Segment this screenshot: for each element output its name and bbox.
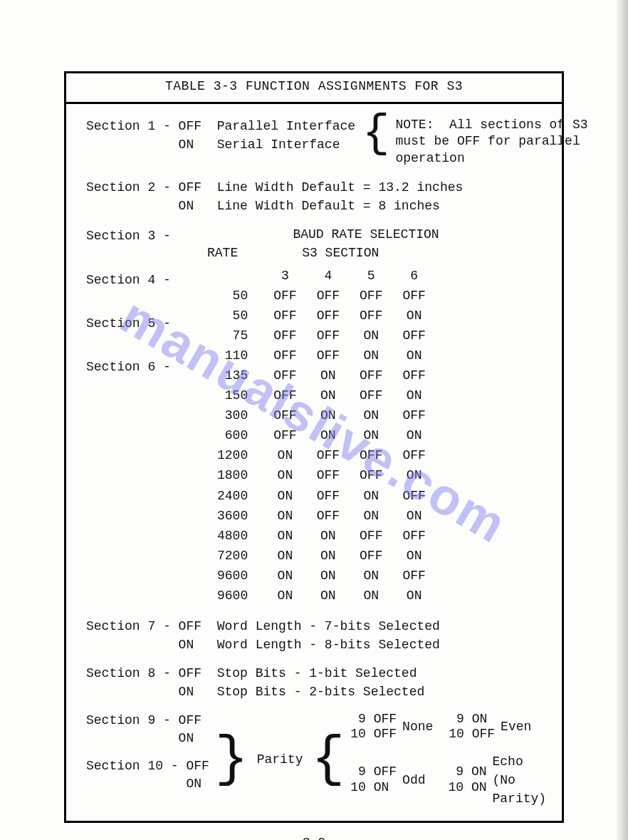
table-row: 110OFFOFFONON (207, 346, 436, 365)
parity-row-1: 9 OFF 10 OFF None 9 ON 10 OFF Even (350, 712, 546, 742)
baud-value-cell: OFF (263, 346, 306, 365)
parity-echo-bits: 9 ON 10 ON (448, 764, 486, 795)
section-7-on: ON Word Length - 8-bits Selected (86, 636, 546, 654)
baud-value-cell: OFF (307, 465, 350, 485)
baud-value-cell: ON (392, 306, 435, 326)
baud-value-cell: ON (392, 546, 435, 566)
baud-value-cell: OFF (263, 385, 306, 405)
table-row: 4800ONONOFFOFF (207, 526, 436, 546)
table-row: 75OFFOFFONOFF (207, 326, 436, 346)
section-2-block: Section 2 - OFF Line Width Default = 13.… (86, 178, 546, 215)
baud-value-cell: OFF (307, 346, 350, 365)
baud-value-cell: ON (307, 526, 350, 546)
note-line-3: operation (395, 151, 464, 165)
baud-value-cell: ON (350, 405, 392, 425)
table-row: 9600ONONONOFF (207, 566, 436, 586)
baud-value-cell: ON (307, 425, 350, 445)
baud-col-6: 6 (392, 266, 435, 286)
baud-block: Section 3 - Section 4 - Section 5 - Sect… (86, 225, 546, 606)
baud-value-cell: ON (350, 506, 392, 526)
baud-value-cell: ON (350, 586, 392, 606)
section-2-on: ON Line Width Default = 8 inches (86, 197, 546, 215)
baud-value-cell: OFF (392, 405, 435, 425)
section-1-on: ON Serial Interface (86, 138, 340, 152)
baud-value-cell: ON (307, 405, 350, 425)
parity-even-label: Even (501, 717, 531, 736)
baud-value-cell: OFF (392, 365, 435, 385)
baud-value-cell: OFF (263, 306, 306, 326)
baud-value-cell: OFF (350, 365, 392, 385)
section-3-6-labels: Section 3 - Section 4 - Section 5 - Sect… (86, 225, 171, 378)
baud-value-cell: OFF (392, 445, 435, 465)
baud-value-cell: OFF (263, 405, 306, 425)
parity-none-bits: 9 OFF 10 OFF (350, 712, 397, 742)
baud-value-cell: ON (350, 425, 392, 445)
baud-value-cell: OFF (350, 526, 392, 546)
baud-col-5: 5 (350, 266, 392, 286)
baud-value-cell: ON (350, 486, 392, 506)
baud-rate-cell: 1800 (207, 465, 263, 485)
section-1-off: Section 1 - OFF Parallel Interface (86, 119, 355, 133)
baud-col-3: 3 (263, 266, 306, 286)
note-block: { NOTE: All sections of S3 must be OFF f… (362, 117, 587, 167)
table-row: 300OFFONONOFF (207, 405, 436, 425)
table-row: 1200ONOFFOFFOFF (207, 445, 436, 465)
baud-title: BAUD RATE SELECTION (186, 225, 546, 244)
section-9-10-labels: Section 9 - OFF ON Section 10 - OFF ON (86, 712, 209, 808)
baud-value-cell: OFF (307, 306, 350, 326)
table-row: 7200ONONOFFON (207, 546, 436, 566)
baud-value-cell: ON (307, 385, 350, 405)
baud-rate-cell: 50 (207, 306, 263, 326)
section-1-row: Section 1 - OFF Parallel Interface ON Se… (86, 117, 546, 167)
section-2-off: Section 2 - OFF Line Width Default = 13.… (86, 178, 546, 197)
baud-value-cell: OFF (307, 506, 350, 526)
section-1-text: Section 1 - OFF Parallel Interface ON Se… (86, 117, 355, 154)
baud-rate-cell: 50 (207, 286, 263, 306)
baud-value-cell: ON (263, 465, 306, 485)
baud-rate-cell: 150 (207, 385, 263, 405)
baud-value-cell: OFF (350, 546, 392, 566)
baud-value-cell: ON (263, 546, 306, 566)
note-brace-icon: { (362, 113, 389, 155)
parity-options: 9 OFF 10 OFF None 9 ON 10 OFF Even 9 OFF… (350, 712, 546, 808)
baud-rate-cell: 600 (207, 425, 263, 445)
baud-rate-cell: 7200 (207, 546, 263, 566)
table-row: 600OFFONONON (207, 425, 436, 445)
baud-value-cell: OFF (392, 566, 435, 586)
section-8-off: Section 8 - OFF Stop Bits - 1-bit Select… (86, 664, 546, 683)
baud-value-cell: OFF (307, 326, 350, 346)
baud-value-cell: ON (307, 365, 350, 385)
baud-value-cell: OFF (263, 286, 306, 306)
baud-value-cell: ON (263, 526, 306, 546)
baud-value-cell: ON (392, 425, 435, 445)
document-page: manualslive.com TABLE 3-3 FUNCTION ASSIG… (0, 0, 628, 840)
baud-rate-cell: 75 (207, 326, 263, 346)
baud-value-cell: OFF (263, 425, 306, 445)
table-row: 150OFFONOFFON (207, 385, 436, 405)
table-row: 1800ONOFFOFFON (207, 465, 436, 485)
baud-value-cell: ON (263, 445, 306, 465)
baud-rate-cell: 4800 (207, 526, 263, 546)
section-10-label: Section 10 - OFF ON (86, 757, 209, 793)
baud-rate-cell: 135 (207, 365, 263, 385)
parity-odd-label: Odd (402, 771, 425, 789)
section-7-block: Section 7 - OFF Word Length - 7-bits Sel… (86, 617, 546, 654)
baud-table: 3 4 5 6 50OFFOFFOFFOFF50OFFOFFOFFON75OFF… (207, 266, 436, 606)
baud-value-cell: ON (263, 586, 306, 606)
baud-rate-cell: 110 (207, 346, 263, 365)
baud-value-cell: OFF (350, 306, 392, 326)
page-number: 3-9 (64, 836, 564, 840)
parity-right-brace-icon: { (310, 738, 346, 781)
baud-value-cell: ON (307, 566, 350, 586)
baud-value-cell: OFF (307, 445, 350, 465)
baud-rate-cell: 9600 (207, 566, 263, 586)
baud-col-4: 4 (307, 266, 350, 286)
parity-even-bits: 9 ON 10 OFF (449, 712, 495, 742)
baud-value-cell: ON (350, 566, 392, 586)
baud-rate-cell: 1200 (207, 445, 263, 465)
section-8-block: Section 8 - OFF Stop Bits - 1-bit Select… (86, 664, 546, 701)
baud-value-cell: ON (392, 346, 435, 365)
baud-subheader: RATE S3 SECTION (207, 244, 546, 262)
baud-value-cell: OFF (392, 526, 435, 546)
baud-value-cell: ON (392, 586, 435, 606)
